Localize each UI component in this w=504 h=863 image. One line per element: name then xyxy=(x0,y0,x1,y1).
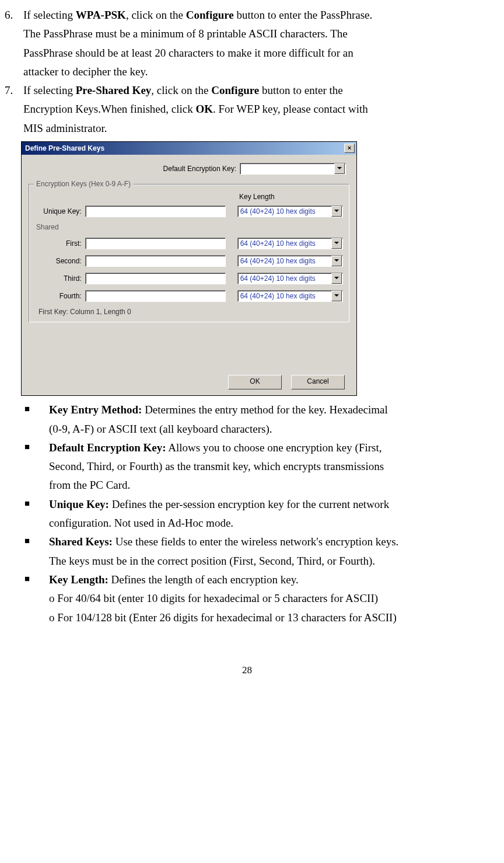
combo-value: 64 (40+24) 10 hex digits xyxy=(238,292,331,300)
text: . For WEP key, please contact with xyxy=(213,103,368,115)
bullet-item: Shared Keys: Use these fields to enter t… xyxy=(21,533,489,570)
unique-key-length-combo[interactable]: 64 (40+24) 10 hex digits xyxy=(237,206,343,217)
fourth-key-length-combo[interactable]: 64 (40+24) 10 hex digits xyxy=(237,290,343,302)
text: PassPhrase should be at least 20 charact… xyxy=(23,44,489,62)
bullet-item: Key Entry Method: Determines the entry m… xyxy=(21,401,489,439)
text-bold: Configure xyxy=(186,9,234,21)
text-bold: Pre-Shared Key xyxy=(76,84,152,96)
combo-value: 64 (40+24) 10 hex digits xyxy=(238,239,331,248)
shared-label: Shared xyxy=(36,223,343,231)
fourth-key-label: Fourth: xyxy=(35,292,85,300)
text: attacker to decipher the key. xyxy=(23,62,489,81)
chevron-down-icon[interactable] xyxy=(334,163,345,174)
third-key-label: Third: xyxy=(35,274,85,283)
text: If selecting xyxy=(23,9,76,21)
bullet-list: Key Entry Method: Determines the entry m… xyxy=(21,401,489,627)
default-encryption-key-combo[interactable] xyxy=(240,163,346,175)
dialog-titlebar: Define Pre-Shared Keys × xyxy=(22,142,356,155)
unique-key-input[interactable] xyxy=(85,206,226,217)
square-bullet-icon xyxy=(21,439,49,495)
text: Use these fields to enter the wireless n… xyxy=(113,535,398,548)
first-key-label: First: xyxy=(35,239,85,248)
fourth-key-input[interactable] xyxy=(85,290,226,302)
combo-value: 64 (40+24) 10 hex digits xyxy=(238,257,331,265)
second-key-length-combo[interactable]: 64 (40+24) 10 hex digits xyxy=(237,255,343,267)
ok-button[interactable]: OK xyxy=(228,375,282,389)
third-key-length-combo[interactable]: 64 (40+24) 10 hex digits xyxy=(237,273,343,284)
text: If selecting xyxy=(23,84,76,96)
text: (0-9, A-F) or ASCII text (all keyboard c… xyxy=(49,420,489,439)
square-bullet-icon xyxy=(21,533,49,570)
chevron-down-icon[interactable] xyxy=(331,291,342,301)
text: button to enter the xyxy=(259,84,343,96)
text-bold: OK xyxy=(195,103,213,115)
key-length-header: Key Length xyxy=(239,193,275,201)
combo-value: 64 (40+24) 10 hex digits xyxy=(238,207,331,215)
text: Determines the entry method for the key.… xyxy=(142,403,387,416)
text: , click on the xyxy=(151,84,211,96)
group-legend: Encryption Keys (Hex 0-9 A-F) xyxy=(34,180,133,188)
numbered-item-7: 7. If selecting Pre-Shared Key, click on… xyxy=(5,81,489,138)
sub-item: o For 104/128 bit (Enter 26 digits for h… xyxy=(49,608,489,627)
second-key-label: Second: xyxy=(35,257,85,265)
text: Encryption Keys.When finished, click xyxy=(23,103,195,115)
chevron-down-icon[interactable] xyxy=(331,206,342,217)
text: MIS administrator. xyxy=(23,119,489,138)
bullet-item: Key Length: Defines the length of each e… xyxy=(21,570,489,627)
first-key-length-combo[interactable]: 64 (40+24) 10 hex digits xyxy=(237,238,343,249)
third-key-input[interactable] xyxy=(85,273,226,284)
text: from the PC Card. xyxy=(49,476,489,495)
item-number: 6. xyxy=(5,6,23,81)
text: The PassPhrase must be a minimum of 8 pr… xyxy=(23,25,489,43)
cancel-button[interactable]: Cancel xyxy=(291,375,345,389)
chevron-down-icon[interactable] xyxy=(331,273,342,284)
second-key-input[interactable] xyxy=(85,255,226,267)
first-key-input[interactable] xyxy=(85,238,226,249)
text: Defines the length of each encryption ke… xyxy=(108,573,299,586)
define-preshared-keys-dialog: Define Pre-Shared Keys × Default Encrypt… xyxy=(21,141,357,396)
item-body: If selecting WPA-PSK, click on the Confi… xyxy=(23,6,489,81)
bullet-title: Shared Keys: xyxy=(49,535,113,548)
unique-key-label: Unique Key: xyxy=(35,207,85,215)
text: Allows you to choose one encryption key … xyxy=(166,441,382,454)
bullet-title: Key Entry Method: xyxy=(49,403,142,416)
encryption-keys-group: Encryption Keys (Hex 0-9 A-F) Key Length… xyxy=(29,184,349,322)
bullet-item: Unique Key: Defines the per-session encr… xyxy=(21,495,489,533)
bullet-title: Key Length: xyxy=(49,573,108,586)
page-number: 28 xyxy=(5,662,489,679)
text: Second, Third, or Fourth) as the transmi… xyxy=(49,457,489,476)
numbered-item-6: 6. If selecting WPA-PSK, click on the Co… xyxy=(5,6,489,81)
text: configuration. Not used in Ad-Hoc mode. xyxy=(49,514,489,533)
default-encryption-key-label: Default Encryption Key: xyxy=(29,165,240,173)
square-bullet-icon xyxy=(21,401,49,439)
key-status-text: First Key: Column 1, Length 0 xyxy=(38,308,343,316)
bullet-title: Unique Key: xyxy=(49,498,109,510)
sub-item: o For 40/64 bit (enter 10 digits for hex… xyxy=(49,589,489,608)
chevron-down-icon[interactable] xyxy=(331,256,342,266)
text: The keys must be in the correct position… xyxy=(49,552,489,570)
bullet-title: Default Encryption Key: xyxy=(49,441,166,454)
square-bullet-icon xyxy=(21,570,49,627)
text: Defines the per-session encryption key f… xyxy=(109,498,389,510)
bullet-item: Default Encryption Key: Allows you to ch… xyxy=(21,439,489,495)
square-bullet-icon xyxy=(21,495,49,533)
combo-value: 64 (40+24) 10 hex digits xyxy=(238,274,331,283)
text: , click on the xyxy=(126,9,186,21)
text: button to enter the PassPhrase. xyxy=(234,9,372,21)
dialog-title: Define Pre-Shared Keys xyxy=(25,144,104,152)
item-body: If selecting Pre-Shared Key, click on th… xyxy=(23,81,489,138)
text-bold: Configure xyxy=(211,84,259,96)
item-number: 7. xyxy=(5,81,23,138)
chevron-down-icon[interactable] xyxy=(331,238,342,249)
close-icon[interactable]: × xyxy=(344,144,355,153)
text-bold: WPA-PSK xyxy=(76,9,126,21)
